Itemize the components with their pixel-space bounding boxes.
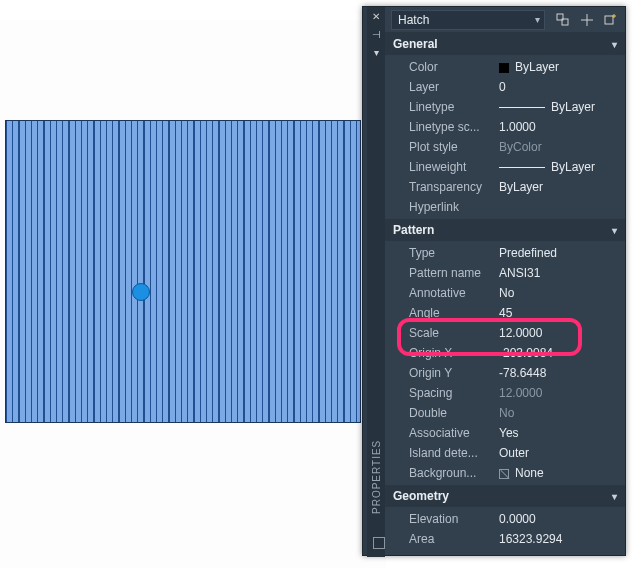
- color-swatch-icon: [499, 63, 509, 73]
- prop-lineweight[interactable]: LineweightByLayer: [385, 157, 625, 177]
- prop-plot-style[interactable]: Plot styleByColor: [385, 137, 625, 157]
- palette-body: Hatch General ▾ ColorByLayer Layer0 Line…: [385, 7, 625, 555]
- prop-island-detection[interactable]: Island dete...Outer: [385, 443, 625, 463]
- object-type-row: Hatch: [385, 7, 625, 33]
- palette-titlebar[interactable]: ✕ ⊣ ▾ PROPERTIES: [367, 7, 385, 557]
- prop-origin-x[interactable]: Origin X-203.0084: [385, 343, 625, 363]
- section-title: General: [393, 37, 438, 51]
- prop-value: None: [515, 466, 544, 480]
- prop-value: ByLayer: [515, 60, 559, 74]
- prop-value: Outer: [499, 446, 617, 460]
- section-header-pattern[interactable]: Pattern ▾: [385, 219, 625, 241]
- collapse-icon: ▾: [612, 491, 617, 502]
- hatch-object[interactable]: [5, 120, 361, 423]
- linetype-preview-icon: [499, 107, 545, 108]
- collapse-icon: ▾: [612, 225, 617, 236]
- prop-background[interactable]: Backgroun...None: [385, 463, 625, 483]
- prop-type[interactable]: TypePredefined: [385, 243, 625, 263]
- prop-value: ANSI31: [499, 266, 617, 280]
- prop-value: 0: [499, 80, 617, 94]
- prop-pattern-name[interactable]: Pattern nameANSI31: [385, 263, 625, 283]
- prop-value: 12.0000: [499, 386, 617, 400]
- prop-value: No: [499, 406, 617, 420]
- hatch-pattern: [6, 121, 360, 422]
- prop-value: -203.0084: [499, 346, 617, 360]
- svg-rect-2: [605, 16, 613, 24]
- section-header-geometry[interactable]: Geometry ▾: [385, 485, 625, 507]
- prop-value: ByLayer: [551, 160, 595, 174]
- prop-value: 12.0000: [499, 326, 617, 340]
- palette-title: PROPERTIES: [371, 440, 382, 514]
- close-icon[interactable]: ✕: [369, 9, 383, 23]
- prop-spacing[interactable]: Spacing12.0000: [385, 383, 625, 403]
- object-type-dropdown[interactable]: Hatch: [391, 10, 545, 30]
- prop-origin-y[interactable]: Origin Y-78.6448: [385, 363, 625, 383]
- prop-angle[interactable]: Angle45: [385, 303, 625, 323]
- section-header-general[interactable]: General ▾: [385, 33, 625, 55]
- prop-value: 45: [499, 306, 617, 320]
- pin-icon[interactable]: ⊣: [369, 27, 383, 41]
- prop-area[interactable]: Area16323.9294: [385, 529, 625, 549]
- prop-linetype-scale[interactable]: Linetype sc...1.0000: [385, 117, 625, 137]
- prop-value: 0.0000: [499, 512, 617, 526]
- collapse-icon: ▾: [612, 39, 617, 50]
- prop-layer[interactable]: Layer0: [385, 77, 625, 97]
- quick-select-icon[interactable]: [555, 12, 571, 28]
- prop-value: ByColor: [499, 140, 617, 154]
- prop-associative[interactable]: AssociativeYes: [385, 423, 625, 443]
- prop-double[interactable]: DoubleNo: [385, 403, 625, 423]
- prop-value: 16323.9294: [499, 532, 617, 546]
- none-swatch-icon: [499, 469, 509, 479]
- properties-palette: ✕ ⊣ ▾ PROPERTIES Hatch General ▾ ColorBy…: [362, 6, 626, 556]
- menu-icon[interactable]: ▾: [369, 45, 383, 59]
- section-general: General ▾ ColorByLayer Layer0 LinetypeBy…: [385, 33, 625, 219]
- selection-grip[interactable]: [132, 283, 150, 301]
- prop-hyperlink[interactable]: Hyperlink: [385, 197, 625, 217]
- prop-color[interactable]: ColorByLayer: [385, 57, 625, 77]
- section-geometry: Geometry ▾ Elevation0.0000 Area16323.929…: [385, 485, 625, 551]
- prop-value: -78.6448: [499, 366, 617, 380]
- prop-value: Yes: [499, 426, 617, 440]
- section-title: Geometry: [393, 489, 449, 503]
- prop-value: Predefined: [499, 246, 617, 260]
- prop-value: No: [499, 286, 617, 300]
- prop-scale[interactable]: Scale12.0000: [385, 323, 625, 343]
- prop-value: ByLayer: [499, 180, 617, 194]
- prop-annotative[interactable]: AnnotativeNo: [385, 283, 625, 303]
- prop-value: 1.0000: [499, 120, 617, 134]
- palette-options-icon[interactable]: [373, 537, 385, 549]
- prop-linetype[interactable]: LinetypeByLayer: [385, 97, 625, 117]
- section-title: Pattern: [393, 223, 434, 237]
- prop-elevation[interactable]: Elevation0.0000: [385, 509, 625, 529]
- drawing-canvas[interactable]: [0, 20, 386, 568]
- select-objects-icon[interactable]: [579, 12, 595, 28]
- section-pattern: Pattern ▾ TypePredefined Pattern nameANS…: [385, 219, 625, 485]
- prop-transparency[interactable]: TransparencyByLayer: [385, 177, 625, 197]
- prop-value: ByLayer: [551, 100, 595, 114]
- lineweight-preview-icon: [499, 167, 545, 168]
- toggle-pickadd-icon[interactable]: [603, 12, 619, 28]
